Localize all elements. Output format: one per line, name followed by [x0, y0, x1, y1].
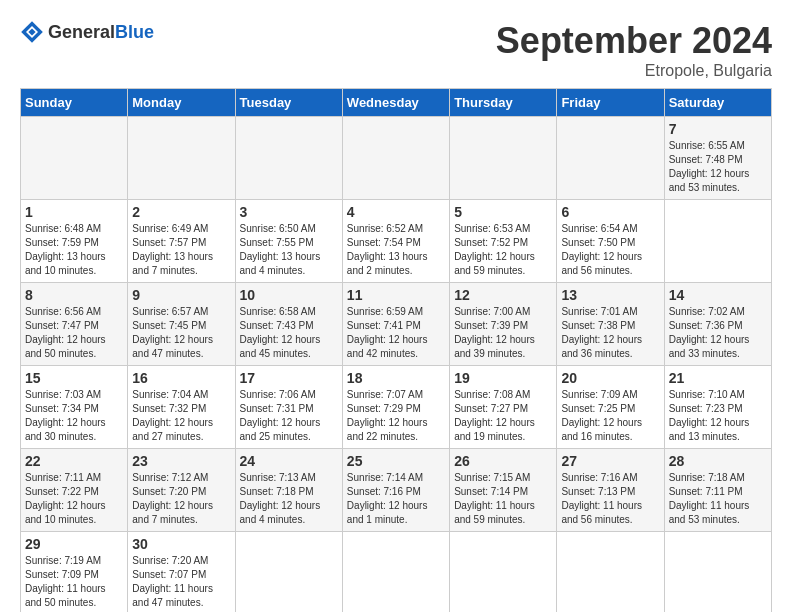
day-number: 6: [561, 204, 659, 220]
calendar-cell: 5 Sunrise: 6:53 AMSunset: 7:52 PMDayligh…: [450, 200, 557, 283]
calendar-cell: 25 Sunrise: 7:14 AMSunset: 7:16 PMDaylig…: [342, 449, 449, 532]
calendar-cell: 28 Sunrise: 7:18 AMSunset: 7:11 PMDaylig…: [664, 449, 771, 532]
calendar-cell: 14 Sunrise: 7:02 AMSunset: 7:36 PMDaylig…: [664, 283, 771, 366]
calendar-cell: 4 Sunrise: 6:52 AMSunset: 7:54 PMDayligh…: [342, 200, 449, 283]
calendar-cell: 26 Sunrise: 7:15 AMSunset: 7:14 PMDaylig…: [450, 449, 557, 532]
day-number: 27: [561, 453, 659, 469]
day-number: 13: [561, 287, 659, 303]
day-number: 30: [132, 536, 230, 552]
day-detail: Sunrise: 6:49 AMSunset: 7:57 PMDaylight:…: [132, 223, 213, 276]
calendar-table: SundayMondayTuesdayWednesdayThursdayFrid…: [20, 88, 772, 612]
calendar-cell: [342, 532, 449, 613]
header-monday: Monday: [128, 89, 235, 117]
day-number: 5: [454, 204, 552, 220]
day-detail: Sunrise: 7:16 AMSunset: 7:13 PMDaylight:…: [561, 472, 642, 525]
day-number: 25: [347, 453, 445, 469]
calendar-cell: 29 Sunrise: 7:19 AMSunset: 7:09 PMDaylig…: [21, 532, 128, 613]
calendar-cell: 2 Sunrise: 6:49 AMSunset: 7:57 PMDayligh…: [128, 200, 235, 283]
day-number: 20: [561, 370, 659, 386]
day-detail: Sunrise: 7:10 AMSunset: 7:23 PMDaylight:…: [669, 389, 750, 442]
day-detail: Sunrise: 6:52 AMSunset: 7:54 PMDaylight:…: [347, 223, 428, 276]
day-detail: Sunrise: 6:53 AMSunset: 7:52 PMDaylight:…: [454, 223, 535, 276]
calendar-cell: 6 Sunrise: 6:54 AMSunset: 7:50 PMDayligh…: [557, 200, 664, 283]
calendar-cell: 12 Sunrise: 7:00 AMSunset: 7:39 PMDaylig…: [450, 283, 557, 366]
calendar-cell: 9 Sunrise: 6:57 AMSunset: 7:45 PMDayligh…: [128, 283, 235, 366]
calendar-cell: [235, 117, 342, 200]
day-detail: Sunrise: 7:00 AMSunset: 7:39 PMDaylight:…: [454, 306, 535, 359]
calendar-cell: [235, 532, 342, 613]
day-detail: Sunrise: 7:12 AMSunset: 7:20 PMDaylight:…: [132, 472, 213, 525]
day-detail: Sunrise: 6:48 AMSunset: 7:59 PMDaylight:…: [25, 223, 106, 276]
day-detail: Sunrise: 6:59 AMSunset: 7:41 PMDaylight:…: [347, 306, 428, 359]
day-number: 2: [132, 204, 230, 220]
calendar-cell: 11 Sunrise: 6:59 AMSunset: 7:41 PMDaylig…: [342, 283, 449, 366]
day-number: 22: [25, 453, 123, 469]
calendar-cell: 3 Sunrise: 6:50 AMSunset: 7:55 PMDayligh…: [235, 200, 342, 283]
day-number: 10: [240, 287, 338, 303]
day-number: 21: [669, 370, 767, 386]
calendar-cell: [664, 200, 771, 283]
day-number: 1: [25, 204, 123, 220]
day-number: 19: [454, 370, 552, 386]
day-detail: Sunrise: 7:07 AMSunset: 7:29 PMDaylight:…: [347, 389, 428, 442]
day-detail: Sunrise: 7:13 AMSunset: 7:18 PMDaylight:…: [240, 472, 321, 525]
calendar-header-row: SundayMondayTuesdayWednesdayThursdayFrid…: [21, 89, 772, 117]
calendar-cell: 13 Sunrise: 7:01 AMSunset: 7:38 PMDaylig…: [557, 283, 664, 366]
calendar-cell: 19 Sunrise: 7:08 AMSunset: 7:27 PMDaylig…: [450, 366, 557, 449]
day-number: 24: [240, 453, 338, 469]
calendar-cell: [450, 532, 557, 613]
calendar-cell: [450, 117, 557, 200]
calendar-cell: [557, 532, 664, 613]
day-detail: Sunrise: 7:04 AMSunset: 7:32 PMDaylight:…: [132, 389, 213, 442]
day-number: 28: [669, 453, 767, 469]
day-detail: Sunrise: 6:58 AMSunset: 7:43 PMDaylight:…: [240, 306, 321, 359]
calendar-cell: 23 Sunrise: 7:12 AMSunset: 7:20 PMDaylig…: [128, 449, 235, 532]
day-detail: Sunrise: 7:08 AMSunset: 7:27 PMDaylight:…: [454, 389, 535, 442]
day-detail: Sunrise: 7:03 AMSunset: 7:34 PMDaylight:…: [25, 389, 106, 442]
day-detail: Sunrise: 7:19 AMSunset: 7:09 PMDaylight:…: [25, 555, 106, 608]
calendar-week-row: 29 Sunrise: 7:19 AMSunset: 7:09 PMDaylig…: [21, 532, 772, 613]
day-detail: Sunrise: 7:14 AMSunset: 7:16 PMDaylight:…: [347, 472, 428, 525]
day-number: 29: [25, 536, 123, 552]
day-detail: Sunrise: 7:02 AMSunset: 7:36 PMDaylight:…: [669, 306, 750, 359]
calendar-cell: [664, 532, 771, 613]
calendar-week-row: 15 Sunrise: 7:03 AMSunset: 7:34 PMDaylig…: [21, 366, 772, 449]
calendar-cell: 21 Sunrise: 7:10 AMSunset: 7:23 PMDaylig…: [664, 366, 771, 449]
calendar-week-row: 22 Sunrise: 7:11 AMSunset: 7:22 PMDaylig…: [21, 449, 772, 532]
location-title: Etropole, Bulgaria: [496, 62, 772, 80]
day-number: 26: [454, 453, 552, 469]
day-detail: Sunrise: 6:57 AMSunset: 7:45 PMDaylight:…: [132, 306, 213, 359]
day-number: 18: [347, 370, 445, 386]
header-tuesday: Tuesday: [235, 89, 342, 117]
page-header: GeneralBlue September 2024 Etropole, Bul…: [20, 20, 772, 80]
day-number: 16: [132, 370, 230, 386]
day-number: 17: [240, 370, 338, 386]
day-detail: Sunrise: 7:09 AMSunset: 7:25 PMDaylight:…: [561, 389, 642, 442]
calendar-cell: 30 Sunrise: 7:20 AMSunset: 7:07 PMDaylig…: [128, 532, 235, 613]
header-thursday: Thursday: [450, 89, 557, 117]
header-sunday: Sunday: [21, 89, 128, 117]
calendar-cell: 18 Sunrise: 7:07 AMSunset: 7:29 PMDaylig…: [342, 366, 449, 449]
calendar-cell: 24 Sunrise: 7:13 AMSunset: 7:18 PMDaylig…: [235, 449, 342, 532]
calendar-week-row: 7 Sunrise: 6:55 AMSunset: 7:48 PMDayligh…: [21, 117, 772, 200]
calendar-cell: 20 Sunrise: 7:09 AMSunset: 7:25 PMDaylig…: [557, 366, 664, 449]
calendar-week-row: 1 Sunrise: 6:48 AMSunset: 7:59 PMDayligh…: [21, 200, 772, 283]
calendar-cell: 10 Sunrise: 6:58 AMSunset: 7:43 PMDaylig…: [235, 283, 342, 366]
day-number: 3: [240, 204, 338, 220]
calendar-cell: 7 Sunrise: 6:55 AMSunset: 7:48 PMDayligh…: [664, 117, 771, 200]
logo-blue: Blue: [115, 22, 154, 42]
day-detail: Sunrise: 7:18 AMSunset: 7:11 PMDaylight:…: [669, 472, 750, 525]
header-saturday: Saturday: [664, 89, 771, 117]
day-number: 7: [669, 121, 767, 137]
day-detail: Sunrise: 6:55 AMSunset: 7:48 PMDaylight:…: [669, 140, 750, 193]
day-number: 8: [25, 287, 123, 303]
day-detail: Sunrise: 7:15 AMSunset: 7:14 PMDaylight:…: [454, 472, 535, 525]
calendar-week-row: 8 Sunrise: 6:56 AMSunset: 7:47 PMDayligh…: [21, 283, 772, 366]
day-number: 15: [25, 370, 123, 386]
day-detail: Sunrise: 7:06 AMSunset: 7:31 PMDaylight:…: [240, 389, 321, 442]
day-detail: Sunrise: 6:54 AMSunset: 7:50 PMDaylight:…: [561, 223, 642, 276]
day-detail: Sunrise: 7:11 AMSunset: 7:22 PMDaylight:…: [25, 472, 106, 525]
day-number: 14: [669, 287, 767, 303]
day-detail: Sunrise: 6:50 AMSunset: 7:55 PMDaylight:…: [240, 223, 321, 276]
day-number: 23: [132, 453, 230, 469]
